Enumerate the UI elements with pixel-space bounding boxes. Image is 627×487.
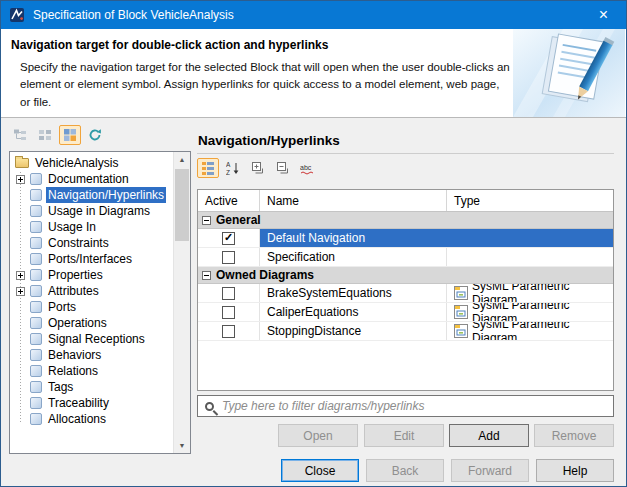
back-button[interactable]: Back <box>366 459 444 482</box>
expand-tree-icon <box>13 128 27 142</box>
tree-item-relations[interactable]: Relations <box>10 363 173 379</box>
titlebar[interactable]: Specification of Block VehicleAnalysis × <box>1 1 626 29</box>
filter-input[interactable] <box>222 396 613 416</box>
group-nodes-icon <box>63 128 77 142</box>
scroll-down-icon[interactable]: ▼ <box>174 438 190 453</box>
scrollbar-thumb[interactable] <box>175 169 189 241</box>
tree-item-icon <box>30 365 42 377</box>
app-icon <box>9 7 25 23</box>
active-checkbox[interactable] <box>222 306 235 319</box>
tree-item-icon <box>30 205 42 217</box>
tree-item-attributes[interactable]: Attributes <box>10 283 173 299</box>
collapse-all-button[interactable] <box>272 158 294 178</box>
tree-item-navigation-hyperlinks[interactable]: Navigation/Hyperlinks <box>10 187 173 203</box>
tree-item-icon <box>30 221 42 233</box>
tree-item-signal-receptions[interactable]: Signal Receptions <box>10 331 173 347</box>
tree-item-label: Allocations <box>46 411 108 427</box>
tree-item-tags[interactable]: Tags <box>10 379 173 395</box>
active-checkbox[interactable] <box>222 325 235 338</box>
svg-text:abc: abc <box>300 164 312 171</box>
group-nodes-toggle-button[interactable] <box>59 125 81 145</box>
expand-all-button[interactable] <box>247 158 269 178</box>
tree-item-label: Relations <box>46 363 100 379</box>
close-icon[interactable]: × <box>581 1 626 29</box>
column-header-active[interactable]: Active <box>198 190 260 211</box>
tree-item-icon <box>30 317 42 329</box>
tree-item-documentation[interactable]: Documentation <box>10 171 173 187</box>
group-by-button[interactable] <box>197 158 219 178</box>
refresh-button[interactable] <box>84 125 106 145</box>
expand-node-icon[interactable] <box>16 175 25 184</box>
table-row-stoppingdistance[interactable]: StoppingDistance SysML Parametric Diagra… <box>198 322 613 341</box>
edit-button[interactable]: Edit <box>364 424 444 447</box>
group-label: General <box>216 213 261 227</box>
tree-item-usage-in-diagrams[interactable]: Usage in Diagrams <box>10 203 173 219</box>
expand-node-icon[interactable] <box>16 271 25 280</box>
help-button[interactable]: Help <box>536 459 614 482</box>
tree-item-label: Operations <box>46 315 109 331</box>
header-description: Specify the navigation target for the se… <box>20 59 512 111</box>
forward-button[interactable]: Forward <box>451 459 529 482</box>
remove-button[interactable]: Remove <box>534 424 614 447</box>
add-button[interactable]: Add <box>449 424 529 447</box>
check-spelling-button[interactable]: abc <box>297 158 319 178</box>
active-checkbox[interactable] <box>222 251 235 264</box>
tree-root-vehicleanalysis[interactable]: VehicleAnalysis <box>10 155 173 171</box>
collapse-group-icon[interactable] <box>202 271 211 280</box>
active-cell <box>198 248 260 266</box>
tree-scrollbar[interactable]: ▲ ▼ <box>173 152 190 453</box>
tree-item-label: Ports <box>46 299 78 315</box>
abc-icon: abc <box>300 161 316 175</box>
tree-item-icon <box>30 173 42 185</box>
table-row-default-navigation[interactable]: ✓ Default Navigation <box>198 229 613 248</box>
active-checkbox[interactable] <box>222 287 235 300</box>
tree-item-icon <box>30 269 42 281</box>
tree-item-label: Tags <box>46 379 75 395</box>
tree-item-usage-in[interactable]: Usage In <box>10 219 173 235</box>
expand-tree-button[interactable] <box>9 125 31 145</box>
tree-item-ports[interactable]: Ports <box>10 299 173 315</box>
table-row-specification[interactable]: Specification <box>198 248 613 267</box>
tree-item-icon <box>30 333 42 345</box>
open-button[interactable]: Open <box>278 424 358 447</box>
active-cell <box>198 322 260 340</box>
active-checkbox[interactable]: ✓ <box>222 232 235 245</box>
sysml-parametric-diagram-icon <box>454 305 468 319</box>
group-row-general[interactable]: General <box>198 212 613 229</box>
tree-item-label: Ports/Interfaces <box>46 251 134 267</box>
tree-item-ports-interfaces[interactable]: Ports/Interfaces <box>10 251 173 267</box>
tree-item-properties[interactable]: Properties <box>10 267 173 283</box>
column-header-type[interactable]: Type <box>447 190 613 211</box>
table-row-caliperequations[interactable]: CaliperEquations SysML Parametric Diagra… <box>198 303 613 322</box>
tree-item-allocations[interactable]: Allocations <box>10 411 173 427</box>
type-cell <box>447 248 613 266</box>
group-by-icon <box>201 161 215 175</box>
active-cell: ✓ <box>198 229 260 247</box>
svg-text:Z: Z <box>226 169 230 176</box>
collapse-tree-button[interactable] <box>34 125 56 145</box>
tree-item-label: Behaviors <box>46 347 103 363</box>
sort-alphabetically-button[interactable]: A Z <box>222 158 244 178</box>
name-cell: StoppingDistance <box>260 322 447 340</box>
expand-node-icon[interactable] <box>16 287 25 296</box>
tree-item-traceability[interactable]: Traceability <box>10 395 173 411</box>
tree-item-behaviors[interactable]: Behaviors <box>10 347 173 363</box>
type-cell: SysML Parametric Diagram <box>447 303 613 321</box>
tree-item-constraints[interactable]: Constraints <box>10 235 173 251</box>
table-row-brakesystemequations[interactable]: BrakeSystemEquations SysML Parametric Di… <box>198 284 613 303</box>
tree-item-icon <box>30 349 42 361</box>
active-cell <box>198 284 260 302</box>
tree-item-label: VehicleAnalysis <box>33 155 120 171</box>
close-button[interactable]: Close <box>281 459 359 482</box>
collapse-group-icon[interactable] <box>202 216 211 225</box>
refresh-icon <box>88 128 102 142</box>
tree-item-label: Traceability <box>46 395 111 411</box>
tree-item-operations[interactable]: Operations <box>10 315 173 331</box>
tree-item-label: Usage In <box>46 219 98 235</box>
tree-toolbar <box>9 125 106 145</box>
column-header-name[interactable]: Name <box>260 190 447 211</box>
filter-box[interactable] <box>197 395 614 417</box>
scroll-up-icon[interactable]: ▲ <box>174 152 190 167</box>
group-row-owned-diagrams[interactable]: Owned Diagrams <box>198 267 613 284</box>
hyperlinks-table: Active Name Type General ✓ Default Navig… <box>197 189 614 391</box>
